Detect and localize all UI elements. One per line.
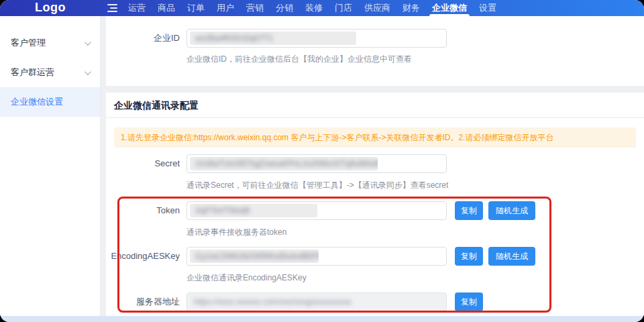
- section-title: 企业微信通讯录配置: [106, 93, 644, 118]
- redacted-value: t1y1wLDWk2bGW9Wsd5xdvdBDFuzT6nuBuD3Xpg: [190, 250, 319, 263]
- tab-orders[interactable]: 订单: [181, 0, 211, 16]
- tab-users[interactable]: 用户: [211, 0, 240, 16]
- corp-id-input[interactable]: wx2Ba4fK92cDq07T1: [186, 29, 447, 48]
- sidebar-item-label: 企业微信设置: [11, 96, 63, 108]
- tab-stores[interactable]: 门店: [329, 0, 358, 16]
- chevron-down-icon: [85, 68, 91, 75]
- corp-id-label: 企业ID: [106, 29, 180, 48]
- collapse-menu-icon[interactable]: [102, 0, 122, 16]
- server-url-input: https://xxxx.xxxxxx.com/xxx/xxxgxxxxxxxx…: [186, 292, 447, 311]
- bottom-band: [0, 316, 644, 322]
- server-url-label: 服务器地址: [106, 292, 180, 311]
- token-random-button[interactable]: 随机生成: [488, 201, 535, 220]
- tab-marketing[interactable]: 营销: [240, 0, 270, 16]
- tab-finance[interactable]: 财务: [396, 0, 426, 16]
- tab-distribution[interactable]: 分销: [270, 0, 299, 16]
- tab-settings[interactable]: 设置: [473, 0, 502, 16]
- encoding-aes-key-copy-button[interactable]: 复制: [455, 247, 483, 266]
- notice-banner: 1.请先登录企业微信:https://work.weixin.qq.com 客户…: [114, 127, 636, 148]
- redacted-value: wx2Ba4fK92cDq07T1: [190, 32, 356, 45]
- corp-info-section: [106, 16, 644, 86]
- redacted-value: XqFTkVTWxd6: [190, 204, 317, 217]
- token-help: 通讯录事件接收服务器token: [186, 227, 286, 238]
- tab-suppliers[interactable]: 供应商: [358, 0, 396, 16]
- secret-help: 通讯录Secret，可前往企业微信【管理工具】->【通讯录同步】查看secret: [186, 180, 448, 191]
- encoding-aes-key-help: 企业微信通讯录EncodingAESKey: [186, 272, 307, 284]
- main-content: 企业ID wx2Ba4fK92cDq07T1 企业微信ID，前往企业微信后台【我…: [106, 16, 644, 316]
- server-url-copy-button[interactable]: 复制: [455, 292, 483, 311]
- redacted-value: sVx8wTnmXB7hgZvwcaKPnLAuXWkvXITq9uMrkdN: [190, 157, 378, 170]
- sidebar-item-customer-management[interactable]: 客户管理: [0, 28, 100, 58]
- corp-id-help: 企业微信ID，前往企业微信后台【我的企业】企业信息中可查看: [186, 54, 412, 65]
- tab-goods[interactable]: 商品: [152, 0, 181, 16]
- sidebar-item-wecom-settings[interactable]: 企业微信设置: [0, 87, 100, 117]
- top-nav-bar: Logo 运营 商品 订单 用户 营销 分销 装修 门店 供应商 财务 企业微信…: [0, 0, 644, 16]
- token-label: Token: [106, 201, 180, 220]
- token-input[interactable]: XqFTkVTWxd6: [186, 201, 447, 220]
- encoding-aes-key-random-button[interactable]: 随机生成: [488, 247, 535, 266]
- tab-wecom[interactable]: 企业微信: [426, 0, 473, 16]
- logo: Logo: [0, 0, 101, 16]
- sidebar-item-label: 客户管理: [11, 37, 46, 49]
- redacted-value: https://xxxx.xxxxxx.com/xxx/xxxgxxxxxxxx…: [187, 293, 352, 311]
- secret-label: Secret: [106, 154, 180, 173]
- sidebar: 客户管理 客户群运营 企业微信设置: [0, 16, 101, 316]
- chevron-down-icon: [85, 39, 91, 46]
- sidebar-item-label: 客户群运营: [11, 66, 54, 78]
- app-window: Logo 运营 商品 订单 用户 营销 分销 装修 门店 供应商 财务 企业微信…: [0, 0, 644, 322]
- secret-input[interactable]: sVx8wTnmXB7hgZvwcaKPnLAuXWkvXITq9uMrkdN: [186, 154, 447, 173]
- tab-decoration[interactable]: 装修: [299, 0, 329, 16]
- token-copy-button[interactable]: 复制: [455, 201, 483, 220]
- top-nav-menu: 运营 商品 订单 用户 营销 分销 装修 门店 供应商 财务 企业微信 设置: [102, 0, 502, 16]
- sidebar-item-customer-group-operation[interactable]: 客户群运营: [0, 58, 100, 87]
- encoding-aes-key-label: EncodingAESKey: [106, 247, 180, 266]
- tab-operation[interactable]: 运营: [122, 0, 152, 16]
- encoding-aes-key-input[interactable]: t1y1wLDWk2bGW9Wsd5xdvdBDFuzT6nuBuD3Xpg: [186, 247, 447, 266]
